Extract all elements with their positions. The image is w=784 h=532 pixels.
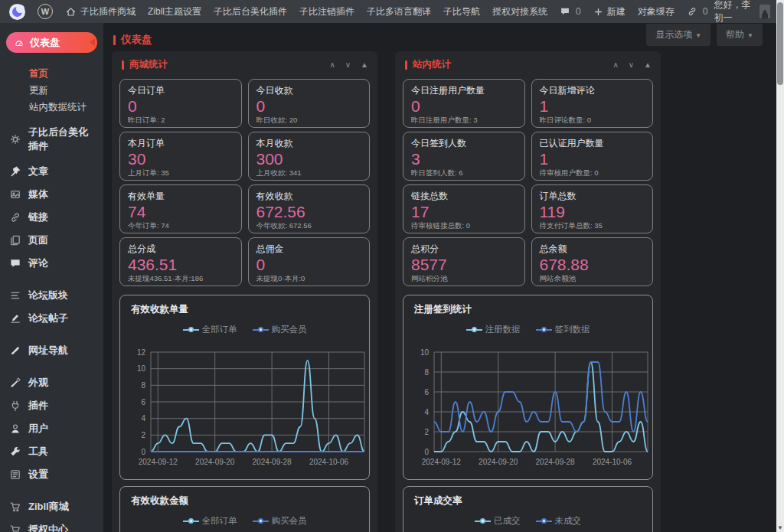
move-down-icon[interactable]: ∨ xyxy=(345,60,351,69)
toggle-panel-icon[interactable]: ▲ xyxy=(644,60,652,69)
sidebar-item-tools[interactable]: 工具 xyxy=(0,440,103,463)
admin-menu-plugin-mall[interactable]: 子比插件商城 xyxy=(59,0,142,23)
stat-sub: 昨日评论数量: 0 xyxy=(540,116,645,126)
sidebar-item-label: 仪表盘 xyxy=(30,36,60,50)
comments-shortcut[interactable]: 0 xyxy=(554,0,587,23)
admin-menu-translate-plugin[interactable]: 子比多语言翻译 xyxy=(361,0,437,23)
stat-value: 1 xyxy=(540,150,645,168)
svg-text:10: 10 xyxy=(137,364,146,373)
legend-item[interactable]: 注册数据 xyxy=(466,324,521,335)
sidebar-item-plugins[interactable]: 插件 xyxy=(0,394,103,417)
admin-menu-zibll-theme[interactable]: Zibll主题设置 xyxy=(142,0,207,23)
scroll-down-icon[interactable]: ▼ xyxy=(776,524,784,531)
sidebar-item-comments[interactable]: 评论 xyxy=(0,252,103,275)
wordpress-menu[interactable]: W xyxy=(31,0,59,23)
sidebar-item-label: 插件 xyxy=(28,399,48,413)
chart-title: 有效收款单量 xyxy=(122,303,368,316)
gear-icon xyxy=(9,133,21,145)
users-icon xyxy=(9,423,21,435)
svg-text:2024-09-28: 2024-09-28 xyxy=(253,458,292,466)
stat-title: 已认证用户数量 xyxy=(540,137,645,150)
svg-text:2024-10-06: 2024-10-06 xyxy=(309,458,349,466)
links-shortcut[interactable]: 0 xyxy=(681,0,714,23)
legend-item[interactable]: 全部订单 xyxy=(183,324,237,335)
admin-menu-beautify-plugin[interactable]: 子比后台美化插件 xyxy=(207,0,293,23)
legend-item[interactable]: 购买会员 xyxy=(253,324,307,335)
avatar[interactable] xyxy=(760,5,770,18)
legend-item[interactable]: 已成交 xyxy=(475,515,521,527)
sidebar-item-beautify-plugin[interactable]: 子比后台美化插件 xyxy=(0,128,103,151)
move-down-icon[interactable]: ∨ xyxy=(629,60,634,69)
svg-text:4: 4 xyxy=(141,414,145,423)
moon-icon xyxy=(9,4,25,20)
stat-title: 有效收款 xyxy=(256,190,362,203)
sidebar-item-zibll-mall[interactable]: Zibll商城 xyxy=(0,495,103,518)
media-icon xyxy=(9,188,21,201)
stat-value: 678.88 xyxy=(540,256,645,274)
stat-value: 74 xyxy=(128,203,234,221)
stat-sub: 昨日收款: 20 xyxy=(256,116,362,126)
sidebar-item-forum-sections[interactable]: 论坛版块 xyxy=(0,284,103,307)
title-accent-bar xyxy=(113,35,116,45)
panel-accent-bar xyxy=(405,60,407,70)
stat-sub: 网站积分池 xyxy=(411,274,517,284)
svg-text:6: 6 xyxy=(424,388,429,397)
tools-icon xyxy=(9,446,21,458)
sidebar-item-label: 外观 xyxy=(28,376,48,390)
admin-menu-logout-plugin[interactable]: 子比注销插件 xyxy=(293,0,361,23)
night-mode-button[interactable] xyxy=(3,0,31,23)
sidebar-item-auth-center[interactable]: 授权中心 xyxy=(0,518,103,532)
sidebar-item-users[interactable]: 用户 xyxy=(0,417,103,440)
page-scrollbar[interactable]: ▼ xyxy=(776,0,784,532)
move-up-icon[interactable]: ∧ xyxy=(329,60,335,69)
stat-value: 0 xyxy=(256,256,362,274)
panel-title: 商城统计 xyxy=(129,58,168,71)
pushpin-icon xyxy=(9,165,21,178)
stat-card: 今日订单0昨日订单: 2 xyxy=(119,79,242,128)
stat-title: 总佣金 xyxy=(256,243,362,256)
legend-label: 已成交 xyxy=(494,515,521,527)
stat-sub: 未提现436.51·本月:186 xyxy=(128,274,234,284)
pages-icon xyxy=(9,234,21,246)
submenu-item-home[interactable]: 首页 xyxy=(29,65,103,82)
admin-menu-label: 授权对接系统 xyxy=(492,5,547,18)
sidebar-item-label: Zibll商城 xyxy=(28,500,69,514)
screen-options-button[interactable]: 显示选项▼ xyxy=(646,24,710,46)
move-up-icon[interactable]: ∧ xyxy=(612,60,618,69)
sidebar-item-label: 媒体 xyxy=(28,188,48,201)
nav-brush-icon xyxy=(9,344,21,357)
svg-text:12: 12 xyxy=(137,348,146,357)
sidebar-item-appearance[interactable]: 外观 xyxy=(0,371,103,394)
screen-options-label: 显示选项 xyxy=(655,29,692,40)
new-content-button[interactable]: 新建 xyxy=(587,0,632,23)
sidebar-item-label: 链接 xyxy=(28,211,48,224)
sidebar-item-label: 论坛帖子 xyxy=(28,312,68,325)
sidebar-item-posts[interactable]: 文章 xyxy=(0,160,103,183)
sidebar-item-label: 用户 xyxy=(28,422,48,436)
submenu-item-updates[interactable]: 更新 xyxy=(29,82,103,99)
sidebar-item-pages[interactable]: 页面 xyxy=(0,229,103,252)
legend-item[interactable]: 购买会员 xyxy=(253,515,307,527)
object-cache-button[interactable]: 对象缓存 xyxy=(632,0,681,23)
forum-sections-icon xyxy=(9,289,21,302)
user-greeting[interactable]: 您好，李初一 xyxy=(714,0,755,24)
submenu-item-site-stats[interactable]: 站内数据统计 xyxy=(29,99,103,116)
sidebar-item-dashboard[interactable]: 仪表盘 xyxy=(6,32,97,53)
sidebar-item-label: 页面 xyxy=(28,233,48,247)
legend-item[interactable]: 未成交 xyxy=(536,515,582,527)
sidebar-item-nav[interactable]: 网址导航 xyxy=(0,339,103,362)
stat-card: 有效单量74今年订单: 74 xyxy=(119,184,242,233)
sidebar-item-settings[interactable]: 设置 xyxy=(0,463,103,486)
sidebar-item-media[interactable]: 媒体 xyxy=(0,183,103,206)
plus-icon xyxy=(593,7,603,17)
legend-item[interactable]: 签到数据 xyxy=(536,324,590,335)
sidebar-item-links[interactable]: 链接 xyxy=(0,206,103,229)
scrollbar-thumb[interactable] xyxy=(777,2,783,85)
admin-menu-auth-system[interactable]: 授权对接系统 xyxy=(486,0,554,23)
admin-menu-zibll-nav[interactable]: 子比导航 xyxy=(437,0,486,23)
toggle-panel-icon[interactable]: ▲ xyxy=(361,60,368,69)
sidebar-item-forum-posts[interactable]: 论坛帖子 xyxy=(0,307,103,330)
legend-item[interactable]: 全部订单 xyxy=(183,515,237,527)
svg-text:10: 10 xyxy=(420,348,430,357)
help-button[interactable]: 帮助▼ xyxy=(717,24,763,46)
